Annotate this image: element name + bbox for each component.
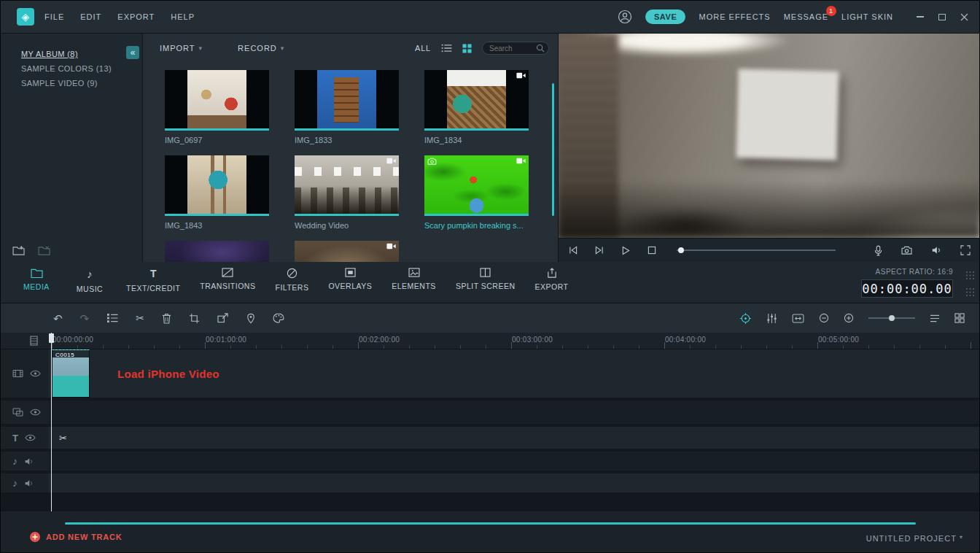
redo-button[interactable]: ↷ — [80, 313, 90, 324]
color-palette-icon[interactable] — [273, 313, 284, 323]
close-button[interactable] — [957, 10, 971, 23]
save-button[interactable]: SAVE — [645, 9, 686, 24]
media-item[interactable]: IMG_1833 — [295, 70, 399, 144]
snapshot-camera-icon[interactable] — [901, 246, 912, 255]
media-item[interactable]: Scary pumpkin breaking s... — [424, 155, 529, 230]
media-item[interactable]: IMG_0697 — [165, 70, 269, 144]
tab-music[interactable]: ♪ MUSIC — [73, 268, 106, 293]
media-item[interactable]: IMG_1843 — [165, 155, 269, 230]
grid-view-icon[interactable] — [462, 44, 472, 53]
more-effects-button[interactable]: MORE EFFECTS — [699, 12, 770, 21]
tab-transitions[interactable]: TRANSITIONS — [200, 268, 255, 290]
import-label: IMPORT — [160, 44, 195, 53]
eye-icon[interactable] — [25, 434, 36, 441]
light-skin-button[interactable]: LIGHT SKIN — [841, 12, 893, 21]
tab-export[interactable]: EXPORT — [535, 268, 569, 291]
library-scrollbar[interactable] — [552, 83, 554, 216]
next-frame-button[interactable] — [595, 246, 604, 255]
filter-all-dropdown[interactable]: ALL — [415, 44, 431, 53]
frame-export-icon[interactable] — [217, 313, 229, 323]
playhead[interactable] — [51, 333, 52, 511]
music-track-2-lane[interactable] — [48, 473, 980, 492]
add-new-track-button[interactable]: ADD NEW TRACK — [30, 532, 122, 542]
media-item[interactable] — [295, 241, 399, 262]
track-header — [1, 401, 48, 424]
menu-help[interactable]: HELP — [171, 12, 195, 21]
menu-export[interactable]: EXPORT — [117, 12, 155, 21]
zoom-to-fit-icon[interactable] — [792, 314, 804, 323]
shortcut-list-icon[interactable] — [930, 314, 940, 322]
playhead-handle[interactable] — [49, 333, 54, 343]
undo-button[interactable]: ↶ — [53, 313, 63, 324]
media-item[interactable]: IMG_1834 — [424, 70, 529, 144]
zoom-out-icon[interactable] — [819, 313, 829, 323]
video-track-1-lane[interactable]: C0015 Load iPhone Video — [48, 349, 980, 398]
seek-slider[interactable] — [677, 250, 836, 251]
timeline-horizontal-scrollbar[interactable] — [65, 522, 916, 525]
panel-grip[interactable] — [965, 271, 975, 297]
delete-folder-icon[interactable] — [38, 245, 52, 256]
tab-label: ELEMENTS — [392, 282, 436, 290]
list-view-icon[interactable] — [441, 44, 452, 53]
speaker-icon[interactable] — [24, 457, 34, 465]
timeline-ruler[interactable]: 00:00:00:00 00:01:00:00 00:02:00:00 00:0… — [1, 333, 980, 349]
volume-icon[interactable] — [931, 246, 941, 255]
thumb-accent-bar — [424, 128, 529, 131]
record-label: RECORD — [238, 44, 277, 53]
tab-split-screen[interactable]: SPLIT SCREEN — [456, 268, 516, 290]
thumb-accent-bar — [165, 128, 269, 131]
crop-icon[interactable] — [189, 313, 200, 324]
minimize-button[interactable] — [914, 10, 927, 23]
project-format-info: ASPECT RATIO: 16:9 00:00:00.00 — [861, 268, 953, 298]
sidebar-item-sample-video[interactable]: SAMPLE VIDEO (9) — [1, 76, 142, 90]
track-height-icon[interactable] — [30, 336, 38, 346]
account-icon[interactable] — [618, 9, 632, 24]
layout-grid-icon[interactable] — [954, 313, 965, 323]
maximize-icon — [938, 14, 946, 20]
menu-file[interactable]: FILE — [44, 12, 64, 21]
motion-tracking-icon[interactable] — [739, 312, 752, 325]
tab-elements[interactable]: ELEMENTS — [392, 268, 436, 290]
speaker-icon[interactable] — [24, 479, 34, 487]
photo-camera-icon — [427, 158, 437, 165]
import-dropdown[interactable]: IMPORT ▾ — [160, 44, 203, 53]
message-button[interactable]: MESSAGE 1 — [784, 12, 828, 21]
tab-filters[interactable]: FILTERS — [275, 268, 308, 292]
eye-icon[interactable] — [30, 409, 41, 416]
manage-tracks-icon[interactable] — [106, 313, 118, 323]
record-dropdown[interactable]: RECORD ▾ — [238, 44, 284, 53]
music-track-1-lane[interactable] — [48, 452, 980, 471]
zoom-in-icon[interactable] — [844, 313, 854, 323]
timeline-zoom-slider[interactable] — [868, 317, 915, 319]
delete-trash-icon[interactable] — [162, 313, 171, 324]
text-track-lane[interactable]: ✂ — [48, 427, 980, 449]
stop-button[interactable] — [648, 246, 656, 255]
sidebar-item-sample-colors[interactable]: SAMPLE COLORS (13) — [1, 61, 142, 76]
previous-frame-button[interactable] — [569, 246, 578, 255]
video-track-2-lane[interactable] — [48, 401, 980, 424]
maximize-button[interactable] — [936, 10, 949, 23]
menubar: ◈ FILE EDIT EXPORT HELP SAVE MORE EFFECT… — [1, 1, 980, 34]
sidebar-item-my-album[interactable]: MY ALBUM (8) — [1, 47, 142, 61]
fullscreen-icon[interactable] — [960, 245, 971, 255]
timeline-clip[interactable]: C0015 — [52, 349, 90, 398]
collapse-sidebar-button[interactable]: « — [126, 46, 139, 59]
thumb-accent-bar — [165, 214, 269, 216]
tab-text-credit[interactable]: T TEXT/CREDIT — [126, 268, 180, 293]
tab-media[interactable]: MEDIA — [20, 268, 53, 291]
microphone-icon[interactable] — [874, 245, 882, 256]
media-item[interactable]: Wedding Video — [295, 155, 399, 230]
media-item-label: IMG_0697 — [165, 136, 269, 144]
audio-mixer-icon[interactable] — [766, 313, 777, 324]
menu-edit[interactable]: EDIT — [80, 12, 101, 21]
split-scissors-icon[interactable]: ✂ — [136, 313, 144, 323]
tab-overlays[interactable]: OVERLAYS — [328, 268, 372, 290]
add-folder-icon[interactable] — [12, 245, 26, 256]
media-item[interactable] — [165, 241, 269, 262]
marker-pin-icon[interactable] — [246, 313, 255, 324]
aspect-ratio-label: ASPECT RATIO: 16:9 — [861, 268, 953, 276]
eye-icon[interactable] — [30, 370, 41, 377]
seek-handle[interactable] — [678, 247, 684, 253]
zoom-slider-handle[interactable] — [889, 315, 895, 321]
play-button[interactable] — [621, 246, 630, 255]
